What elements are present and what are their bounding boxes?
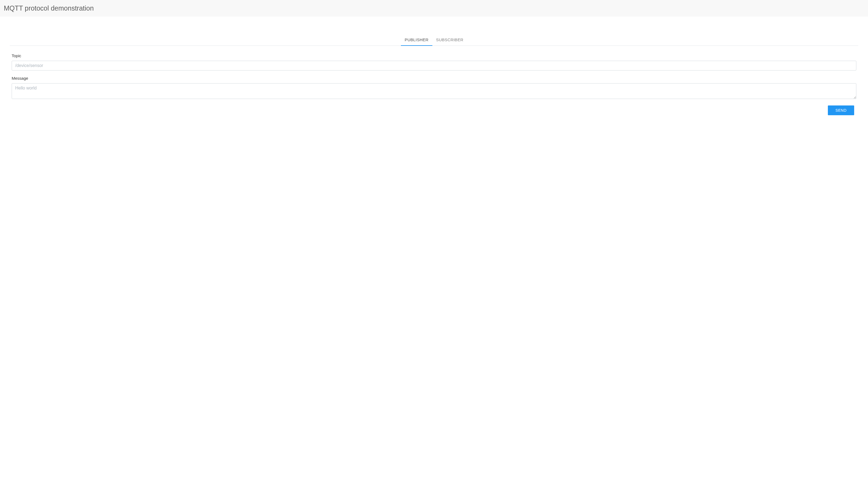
send-button[interactable]: SEND: [828, 105, 854, 115]
message-group: Message: [12, 76, 856, 100]
tab-bar: PUBLISHER SUBSCRIBER: [10, 34, 858, 46]
tab-publisher[interactable]: PUBLISHER: [401, 34, 432, 46]
main-content: PUBLISHER SUBSCRIBER Topic Message SEND: [0, 17, 868, 115]
topic-input[interactable]: [12, 61, 856, 70]
button-row: SEND: [12, 105, 856, 115]
tab-subscriber[interactable]: SUBSCRIBER: [432, 34, 467, 46]
message-input[interactable]: [12, 83, 856, 99]
topic-label: Topic: [12, 54, 856, 58]
app-header: MQTT protocol demonstration: [0, 0, 868, 17]
message-label: Message: [12, 76, 856, 80]
publisher-form: Topic Message SEND: [10, 46, 858, 115]
page-title: MQTT protocol demonstration: [4, 4, 864, 12]
topic-group: Topic: [12, 54, 856, 70]
